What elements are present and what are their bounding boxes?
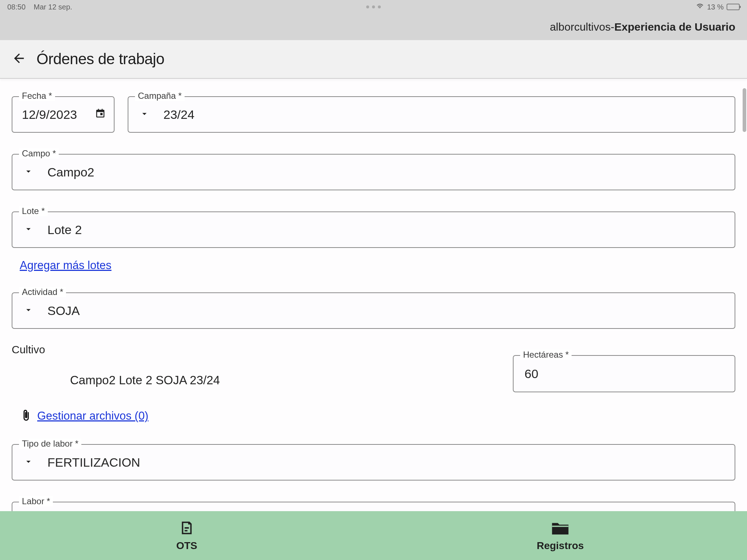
bottom-nav: OTS Registros bbox=[0, 511, 747, 560]
chevron-down-icon bbox=[23, 455, 34, 470]
field-campo-value: Campo2 bbox=[47, 165, 94, 179]
calendar-icon[interactable] bbox=[95, 108, 106, 122]
field-tipo-labor-label: Tipo de labor * bbox=[19, 439, 81, 449]
manage-files-link[interactable]: Gestionar archivos (0) bbox=[37, 409, 148, 423]
field-hectareas-label: Hectáreas * bbox=[520, 350, 572, 360]
page-title: Órdenes de trabajo bbox=[36, 50, 165, 68]
multitask-dots bbox=[366, 5, 381, 8]
nav-ots-label: OTS bbox=[176, 540, 197, 552]
wifi-icon bbox=[696, 3, 704, 11]
app-brand: alborcultivos bbox=[550, 21, 611, 33]
back-arrow-icon[interactable] bbox=[12, 51, 26, 67]
page-header: Órdenes de trabajo bbox=[0, 40, 747, 79]
field-tipo-labor[interactable]: Tipo de labor * FERTILIZACION bbox=[12, 444, 735, 481]
status-time-date: 08:50 Mar 12 sep. bbox=[7, 3, 696, 11]
field-fecha-label: Fecha * bbox=[19, 91, 55, 101]
field-tipo-labor-value: FERTILIZACION bbox=[47, 455, 140, 470]
field-actividad-label: Actividad * bbox=[19, 287, 66, 297]
field-labor-label: Labor * bbox=[19, 496, 53, 506]
battery-percent: 13 % bbox=[707, 3, 724, 11]
field-campo-label: Campo * bbox=[19, 148, 59, 159]
chevron-down-icon bbox=[23, 223, 34, 237]
field-campana-value: 23/24 bbox=[163, 108, 194, 122]
app-header-strip: alborcultivos - Experiencia de Usuario bbox=[0, 14, 747, 40]
add-more-lotes-link[interactable]: Agregar más lotes bbox=[20, 259, 112, 272]
folder-icon bbox=[550, 520, 570, 538]
ios-status-bar: 08:50 Mar 12 sep. 13 % bbox=[0, 0, 747, 14]
status-time: 08:50 bbox=[7, 3, 26, 11]
status-date: Mar 12 sep. bbox=[34, 3, 72, 11]
field-lote[interactable]: Lote * Lote 2 bbox=[12, 211, 735, 248]
app-subtitle: Experiencia de Usuario bbox=[614, 21, 735, 33]
field-labor[interactable]: Labor * bbox=[12, 502, 735, 511]
document-icon bbox=[178, 520, 195, 538]
field-fecha-value: 12/9/2023 bbox=[22, 108, 77, 122]
battery-icon bbox=[727, 4, 740, 10]
field-campana[interactable]: Campaña * 23/24 bbox=[128, 96, 735, 133]
chevron-down-icon bbox=[23, 304, 34, 318]
field-lote-label: Lote * bbox=[19, 206, 48, 216]
field-campana-label: Campaña * bbox=[135, 91, 185, 101]
cultivo-value: Campo2 Lote 2 SOJA 23/24 bbox=[12, 373, 513, 387]
field-actividad[interactable]: Actividad * SOJA bbox=[12, 292, 735, 329]
hectareas-input[interactable] bbox=[525, 367, 724, 381]
form-area: Fecha * 12/9/2023 Campaña * 23/24 Campo … bbox=[0, 79, 747, 511]
header-separator: - bbox=[611, 21, 614, 33]
scroll-indicator[interactable] bbox=[743, 88, 746, 132]
cultivo-label: Cultivo bbox=[12, 343, 513, 356]
paperclip-icon[interactable] bbox=[20, 408, 32, 424]
field-lote-value: Lote 2 bbox=[47, 223, 82, 237]
field-hectareas[interactable]: Hectáreas * bbox=[513, 355, 735, 392]
field-campo[interactable]: Campo * Campo2 bbox=[12, 154, 735, 190]
nav-registros-label: Registros bbox=[537, 540, 584, 552]
chevron-down-icon bbox=[23, 165, 34, 179]
nav-ots[interactable]: OTS bbox=[0, 511, 374, 560]
field-fecha[interactable]: Fecha * 12/9/2023 bbox=[12, 96, 115, 133]
status-right: 13 % bbox=[696, 3, 740, 11]
field-actividad-value: SOJA bbox=[47, 304, 80, 318]
nav-registros[interactable]: Registros bbox=[374, 511, 747, 560]
chevron-down-icon bbox=[139, 108, 150, 122]
